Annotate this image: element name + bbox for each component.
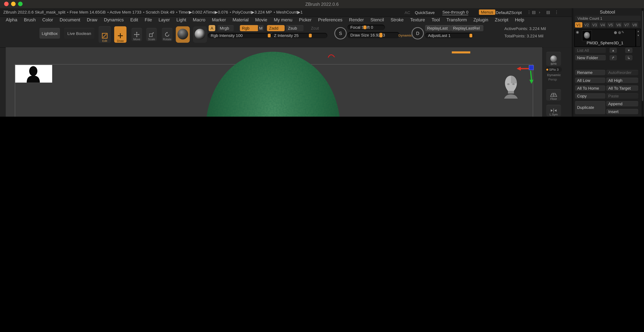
- replay-last-rel-button[interactable]: ReplayLastRel: [451, 25, 484, 31]
- color-swatch[interactable]: A: [208, 25, 215, 31]
- subtool-up-button[interactable]: ▲: [610, 48, 617, 53]
- tab-v3[interactable]: V3: [591, 22, 598, 28]
- all-high-button[interactable]: All High: [606, 78, 638, 83]
- subtool-scroll-down-icon[interactable]: ▼: [636, 33, 640, 37]
- material-picker-button[interactable]: [193, 26, 207, 43]
- see-through-slider[interactable]: See-through 0: [442, 10, 468, 15]
- menu-layer[interactable]: Layer: [158, 17, 170, 24]
- tab-v8[interactable]: V8: [631, 22, 638, 28]
- menu-zplugin[interactable]: Zplugin: [474, 17, 488, 24]
- layout-right-icon[interactable]: ⋮: [554, 10, 558, 14]
- subtool-eye-icon[interactable]: ◉: [576, 30, 579, 34]
- menu-stencil[interactable]: Stencil: [370, 17, 384, 24]
- depth-dial[interactable]: D: [412, 27, 424, 40]
- panel-scrollbar[interactable]: [642, 8, 644, 117]
- menu-material[interactable]: Material: [232, 17, 248, 24]
- persp-button[interactable]: Persp: [548, 78, 557, 81]
- rename-button[interactable]: Rename: [575, 70, 606, 75]
- menu-picker[interactable]: Picker: [299, 17, 312, 24]
- menu-alpha[interactable]: Alpha: [6, 17, 17, 24]
- menu-color[interactable]: Color: [42, 17, 53, 24]
- menu-zscript[interactable]: Zscript: [495, 17, 508, 24]
- move-to-folder-up-button[interactable]: ↱: [610, 55, 617, 60]
- all-to-target-button[interactable]: All To Target: [606, 86, 638, 91]
- subtool-item-name[interactable]: PM3D_Sphere3D_1: [574, 41, 635, 45]
- spix-slider[interactable]: SPix 3: [546, 67, 562, 72]
- list-all-button[interactable]: List All: [575, 48, 606, 53]
- subtool-thumbnail[interactable]: [582, 31, 592, 41]
- rgb-intensity-handle[interactable]: [268, 34, 271, 37]
- all-low-button[interactable]: All Low: [575, 78, 606, 83]
- subtool-down-button[interactable]: ▼: [625, 48, 632, 53]
- rgb-intensity-slider[interactable]: Rgb Intensity 100: [208, 33, 272, 38]
- spix-handle[interactable]: [546, 68, 548, 71]
- menu-help[interactable]: Help: [515, 17, 524, 24]
- z-intensity-slider[interactable]: Z Intensity 25: [271, 33, 327, 38]
- focal-shift-handle[interactable]: [364, 26, 366, 29]
- stroke-dial[interactable]: S: [334, 27, 346, 40]
- draw-size-slider[interactable]: Draw Size 16.9263: [348, 32, 400, 38]
- panel-divider[interactable]: [572, 8, 573, 117]
- menus-toggle-button[interactable]: Menus: [479, 10, 496, 15]
- zadd-button[interactable]: Zadd: [267, 25, 285, 31]
- autoreorder-button[interactable]: AutoReorder: [606, 70, 638, 75]
- menu-stroke[interactable]: Stroke: [390, 17, 404, 24]
- insert-button[interactable]: Insert: [606, 109, 638, 114]
- menu-draw[interactable]: Draw: [87, 17, 98, 24]
- menu-light[interactable]: Light: [176, 17, 186, 24]
- menu-file[interactable]: File: [145, 17, 152, 24]
- move-mode-button[interactable]: Move: [132, 28, 142, 41]
- rotate-mode-button[interactable]: Rotate: [162, 28, 172, 41]
- menu-macro[interactable]: Macro: [193, 17, 205, 24]
- tab-v6[interactable]: V6: [615, 22, 622, 28]
- dynamic-toggle[interactable]: Dynamic: [398, 34, 412, 37]
- default-zscript-button[interactable]: DefaultZScript: [496, 10, 522, 15]
- subtool-render-toggle-icon[interactable]: [614, 31, 617, 34]
- menu-transform[interactable]: Transform: [446, 17, 467, 24]
- edit-mode-button[interactable]: Edit: [98, 26, 111, 43]
- tab-v5[interactable]: V5: [607, 22, 614, 28]
- draw-size-handle[interactable]: [380, 33, 382, 37]
- menu-preferences[interactable]: Preferences: [318, 17, 342, 24]
- tab-v4[interactable]: V4: [599, 22, 606, 28]
- rgb-button[interactable]: Rgb: [240, 25, 258, 31]
- visible-count-slider[interactable]: Visible Count 1: [575, 16, 641, 21]
- append-button[interactable]: Append: [606, 101, 638, 106]
- live-boolean-button[interactable]: Live Boolean: [64, 28, 94, 39]
- z-intensity-handle[interactable]: [309, 34, 312, 37]
- lightbox-button[interactable]: LightBox: [40, 28, 60, 39]
- zcut-button[interactable]: Zcut: [311, 26, 319, 30]
- copy-button[interactable]: Copy: [575, 93, 606, 99]
- layout-left-icon[interactable]: ›: [539, 10, 540, 14]
- all-to-home-button[interactable]: All To Home: [575, 86, 606, 91]
- tab-v1[interactable]: V1: [575, 22, 582, 28]
- subtool-pen-icon[interactable]: ✎: [621, 31, 624, 34]
- canvas-viewport[interactable]: [6, 47, 542, 117]
- subtool-shade-toggle-icon[interactable]: [618, 31, 621, 34]
- menu-brush[interactable]: Brush: [24, 17, 36, 24]
- move-to-folder-down-button[interactable]: ↳: [625, 55, 632, 60]
- m-button[interactable]: M: [258, 25, 264, 31]
- duplicate-button[interactable]: Duplicate: [575, 101, 606, 114]
- zsub-button[interactable]: Zsub: [286, 25, 304, 31]
- tab-v7[interactable]: V7: [623, 22, 630, 28]
- floor-button[interactable]: Floor: [546, 89, 561, 101]
- tab-v2[interactable]: V2: [583, 22, 590, 28]
- layout-grid-icon[interactable]: ▤: [546, 10, 550, 14]
- adjust-last-slider[interactable]: AdjustLast 1: [425, 33, 473, 38]
- alpha-preview-thumbnail[interactable]: [15, 65, 52, 83]
- draw-mode-button[interactable]: Draw: [114, 26, 126, 43]
- mrgb-button[interactable]: Mrgb: [218, 25, 234, 31]
- local-symmetry-button[interactable]: L.Sym: [546, 105, 561, 116]
- new-folder-button[interactable]: New Folder: [575, 55, 606, 60]
- camera-head-preview[interactable]: [502, 74, 520, 100]
- subtool-list-scrollstrip[interactable]: ▲ ▼: [636, 29, 641, 47]
- menu-dynamics[interactable]: Dynamics: [104, 17, 124, 24]
- menu-render[interactable]: Render: [349, 17, 364, 24]
- menu-document[interactable]: Document: [60, 17, 80, 24]
- dynamic-persp-button[interactable]: Dynamic: [547, 73, 561, 77]
- replay-last-button[interactable]: ReplayLast: [425, 25, 451, 31]
- subtool-palette-title[interactable]: Subtool: [573, 10, 642, 14]
- adjust-last-handle[interactable]: [470, 34, 472, 37]
- subtool-list[interactable]: ◉ ✎ PM3D_Sphere3D_1: [574, 29, 636, 47]
